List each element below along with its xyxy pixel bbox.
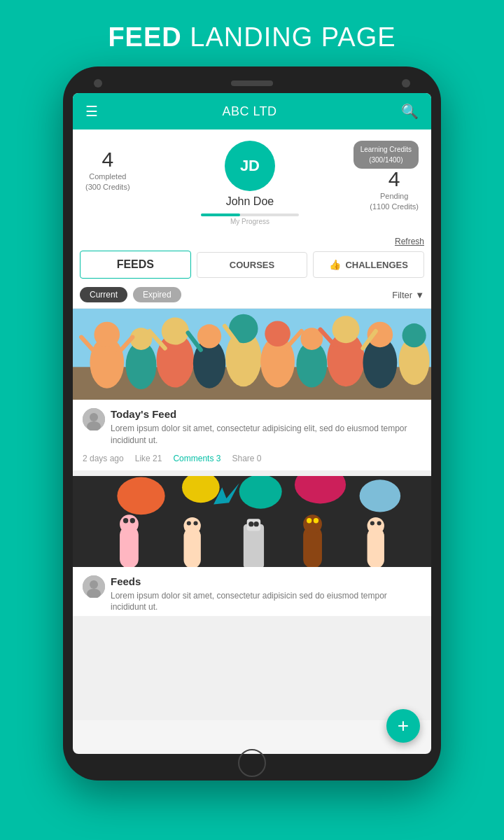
tab-challenges[interactable]: 👍 CHALLENGES: [313, 251, 424, 278]
refresh-link[interactable]: Refresh: [395, 237, 424, 246]
share-count: 0: [257, 454, 262, 463]
svg-point-9: [197, 324, 221, 348]
refresh-row: Refresh: [80, 237, 424, 246]
current-filter-button[interactable]: Current: [80, 287, 127, 302]
svg-point-36: [239, 476, 282, 509]
svg-point-51: [253, 522, 258, 526]
courses-tab-label: COURSES: [230, 260, 274, 270]
svg-point-34: [117, 477, 164, 514]
feed-content: Today's Feed Lorem ipsum dolor sit amet,…: [73, 309, 431, 720]
phone-frame: ☰ ABC LTD 🔍 4 Completed (300 Credits) JD…: [63, 66, 441, 780]
header-light: LANDING PAGE: [182, 22, 396, 52]
feed-card-1: Today's Feed Lorem ipsum dolor sit amet,…: [73, 309, 431, 470]
profile-section: 4 Completed (300 Credits) JD John Doe My…: [73, 130, 431, 232]
thumbs-up-icon: 👍: [329, 259, 341, 270]
completed-label: Completed (300 Credits): [85, 172, 130, 193]
feed-card-1-share[interactable]: Share 0: [232, 454, 261, 463]
avatar-container: JD John Doe My Progress: [130, 141, 370, 232]
tabs-row: FEEDS COURSES 👍 CHALLENGES: [80, 251, 424, 279]
feed-card-2-text: Lorem ipsum dolor sit amet, consectetur …: [111, 590, 421, 614]
phone-speaker: [231, 80, 273, 86]
learning-credits-badge: Learning Credits (300/1400): [354, 141, 419, 169]
svg-point-45: [183, 517, 200, 533]
comments-count: 3: [216, 454, 221, 463]
svg-point-61: [90, 580, 98, 589]
tab-nav: Refresh FEEDS COURSES 👍 CHALLENGES: [73, 232, 431, 283]
my-progress-label: My Progress: [230, 218, 270, 225]
feed-card-1-meta: 2 days ago Like 21 Comments 3 Share 0: [73, 449, 431, 470]
svg-point-47: [193, 521, 197, 525]
feed-card-1-header: Today's Feed Lorem ipsum dolor sit amet,…: [73, 400, 431, 449]
svg-point-57: [368, 517, 384, 533]
app-bar: ☰ ABC LTD 🔍: [73, 93, 431, 130]
phone-camera: [94, 79, 102, 88]
feed-card-2-image: [73, 476, 431, 567]
svg-point-17: [332, 316, 360, 343]
svg-point-21: [402, 323, 426, 347]
avatar: JD: [225, 141, 275, 191]
feed-card-1-image: [73, 309, 431, 400]
tab-courses[interactable]: COURSES: [197, 252, 308, 278]
author-avatar-icon-2: [83, 575, 105, 598]
phone-camera-2: [402, 79, 410, 88]
feed-card-1-text: Lorem ipsum dolor sit amet, consectetur …: [111, 423, 421, 447]
progress-bar: [201, 214, 299, 216]
feed-card-1-like[interactable]: Like 21: [135, 454, 162, 463]
comments-label: Comments: [173, 454, 214, 463]
feed-card-2-header: Feeds Lorem ipsum dolor sit amet, consec…: [73, 567, 431, 617]
like-label: Like: [135, 454, 150, 463]
expired-filter-button[interactable]: Expired: [133, 287, 181, 302]
svg-point-59: [377, 521, 382, 525]
svg-point-41: [120, 514, 139, 533]
svg-point-46: [187, 521, 191, 525]
svg-point-43: [130, 518, 135, 523]
share-label: Share: [232, 454, 254, 463]
feeds-tab-label: FEEDS: [117, 258, 154, 271]
svg-point-50: [248, 522, 253, 526]
filter-text: Filter: [392, 290, 412, 300]
svg-point-42: [123, 518, 128, 523]
search-icon[interactable]: 🔍: [401, 103, 419, 120]
like-count: 21: [153, 454, 162, 463]
pending-label: Pending (1100 Credits): [370, 191, 419, 213]
phone-bottom: [73, 754, 431, 768]
people-illustration: [73, 309, 431, 400]
author-avatar-1: [83, 408, 105, 430]
svg-point-7: [162, 318, 189, 345]
svg-point-53: [303, 514, 322, 533]
completed-count: 4: [85, 148, 130, 172]
pending-count: 4: [370, 167, 419, 191]
tab-feeds[interactable]: FEEDS: [80, 251, 191, 279]
fab-button[interactable]: +: [386, 709, 420, 743]
hamburger-icon[interactable]: ☰: [85, 103, 98, 120]
filter-label[interactable]: Filter ▼: [392, 290, 424, 300]
page-header: FEED LANDING PAGE: [0, 0, 504, 66]
feed-card-2-body: Feeds Lorem ipsum dolor sit amet, consec…: [111, 575, 421, 614]
author-avatar-icon-1: [83, 408, 105, 430]
feed-card-1-title: Today's Feed: [111, 408, 421, 420]
header-bold: FEED: [108, 22, 181, 52]
app-title: ABC LTD: [222, 104, 276, 119]
svg-point-31: [90, 413, 98, 421]
fingers-illustration: [73, 476, 431, 567]
pending-stat: Learning Credits (300/1400) 4 Pending (1…: [370, 141, 419, 213]
challenges-tab-label: CHALLENGES: [345, 260, 408, 270]
svg-point-55: [314, 518, 318, 523]
phone-top-bar: [73, 79, 431, 93]
filter-icon: ▼: [415, 290, 424, 300]
feed-card-1-comments[interactable]: Comments 3: [173, 454, 220, 463]
svg-point-38: [360, 479, 401, 512]
svg-point-58: [370, 521, 374, 525]
feed-card-1-timestamp: 2 days ago: [83, 454, 124, 463]
phone-screen: ☰ ABC LTD 🔍 4 Completed (300 Credits) JD…: [73, 93, 431, 754]
completed-stat: 4 Completed (300 Credits): [85, 141, 130, 193]
progress-bar-fill: [201, 214, 240, 216]
svg-point-13: [265, 321, 290, 346]
profile-top: 4 Completed (300 Credits) JD John Doe My…: [85, 141, 419, 232]
profile-name: John Doe: [226, 195, 274, 208]
filter-row: Current Expired Filter ▼: [73, 283, 431, 309]
feed-card-2-title: Feeds: [111, 575, 421, 587]
home-button[interactable]: [238, 749, 266, 777]
feed-card-2: Feeds Lorem ipsum dolor sit amet, consec…: [73, 476, 431, 617]
author-avatar-2: [83, 575, 105, 598]
